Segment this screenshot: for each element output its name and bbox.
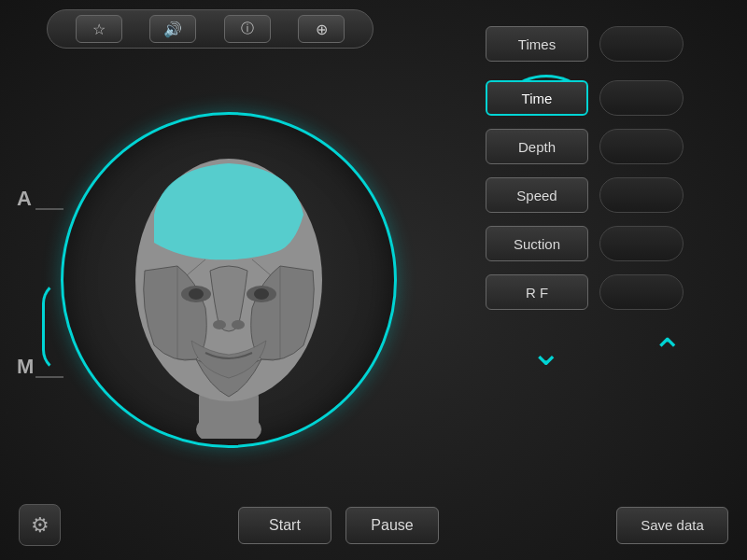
svg-point-7 — [213, 320, 226, 329]
save-data-button[interactable]: Save data — [616, 507, 728, 544]
face-circle-container — [56, 51, 402, 509]
depth-button[interactable]: Depth — [486, 129, 588, 164]
volume-icon: 🔊 — [163, 21, 182, 38]
add-icon: ⊕ — [316, 21, 328, 38]
star-button[interactable]: ☆ — [76, 15, 122, 43]
gear-button[interactable]: ⚙ — [19, 504, 61, 546]
svg-point-6 — [254, 288, 269, 300]
action-buttons: Start Pause — [238, 507, 439, 544]
param-row-depth: Depth — [486, 129, 728, 164]
param-row-suction: Suction — [486, 226, 728, 261]
right-panel: Times Time Depth Speed Suction — [486, 19, 728, 541]
info-icon: ⓘ — [241, 21, 254, 37]
add-button[interactable]: ⊕ — [298, 15, 345, 43]
label-a: A — [17, 187, 32, 211]
star-icon: ☆ — [92, 21, 106, 38]
suction-slider[interactable] — [599, 226, 684, 261]
times-slider[interactable] — [599, 26, 684, 62]
chevron-down-button[interactable]: ⌄ — [514, 329, 579, 375]
gear-icon: ⚙ — [31, 513, 49, 538]
times-button[interactable]: Times — [486, 26, 588, 62]
depth-slider[interactable] — [599, 129, 684, 164]
toolbar: ☆ 🔊 ⓘ ⊕ — [47, 9, 374, 49]
start-button[interactable]: Start — [238, 507, 331, 544]
svg-point-8 — [232, 320, 245, 329]
chevron-up-button[interactable]: ⌃ — [635, 329, 700, 375]
suction-button[interactable]: Suction — [486, 226, 588, 261]
bottom-bar: ⚙ Start Pause Save data — [0, 499, 747, 551]
info-button[interactable]: ⓘ — [224, 15, 271, 43]
rf-button[interactable]: R F — [486, 274, 588, 310]
chevron-row: ⌄ ⌃ — [486, 329, 728, 375]
app-container: ☆ 🔊 ⓘ ⊕ A M — [0, 0, 747, 560]
pause-button[interactable]: Pause — [345, 507, 439, 544]
time-button[interactable]: Time — [486, 80, 588, 116]
face-circle[interactable] — [61, 112, 397, 448]
face-model — [89, 121, 369, 439]
speed-button[interactable]: Speed — [486, 177, 588, 213]
rf-slider[interactable] — [599, 274, 684, 310]
time-slider[interactable] — [599, 80, 684, 116]
param-row-time: Time — [486, 80, 728, 116]
chevron-down-icon: ⌄ — [530, 333, 562, 371]
speed-slider[interactable] — [599, 177, 684, 213]
volume-button[interactable]: 🔊 — [149, 15, 196, 43]
bottom-left: ⚙ — [19, 504, 61, 546]
label-m: M — [17, 355, 34, 379]
svg-point-5 — [189, 288, 204, 300]
times-row: Times — [486, 19, 728, 62]
param-row-rf: R F — [486, 274, 728, 310]
chevron-up-icon: ⌃ — [652, 333, 684, 371]
param-row-speed: Speed — [486, 177, 728, 213]
